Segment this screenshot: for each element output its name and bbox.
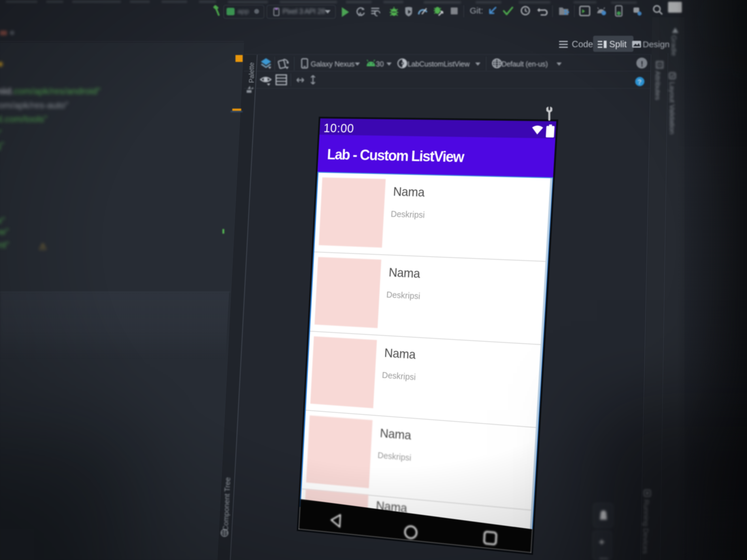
svg-text:A: A xyxy=(359,11,362,17)
